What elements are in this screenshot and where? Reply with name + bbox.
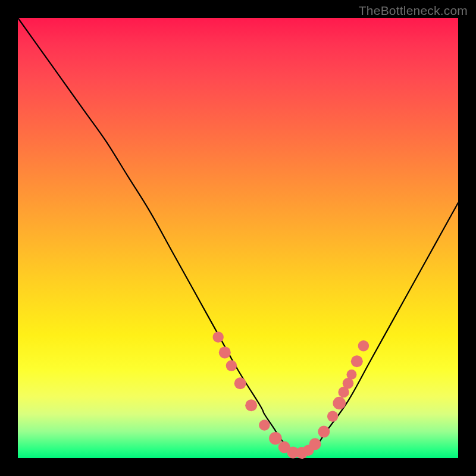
highlight-dot <box>327 411 338 421</box>
highlight-dot <box>333 397 346 410</box>
highlight-dot <box>351 355 363 367</box>
highlight-dot <box>269 432 282 445</box>
curve-layer <box>18 18 458 458</box>
highlight-dot <box>259 419 270 430</box>
highlight-dot <box>346 369 356 380</box>
highlight-dots <box>212 331 369 459</box>
highlight-dot <box>309 438 321 450</box>
highlight-dot <box>219 346 231 358</box>
highlight-dot <box>212 331 223 342</box>
highlight-dot <box>226 360 237 371</box>
plot-area <box>18 18 458 458</box>
watermark-text: TheBottleneck.com <box>359 4 468 18</box>
highlight-dot <box>318 426 330 438</box>
chart-frame: TheBottleneck.com <box>0 0 476 476</box>
bottleneck-curve <box>18 18 458 455</box>
highlight-dot <box>234 377 246 389</box>
highlight-dot <box>358 340 369 351</box>
highlight-dot <box>245 399 257 411</box>
